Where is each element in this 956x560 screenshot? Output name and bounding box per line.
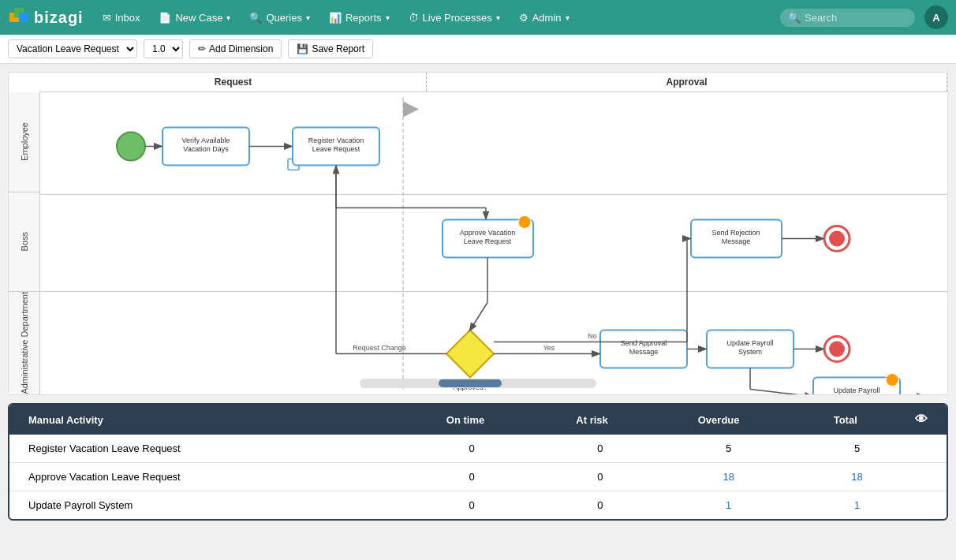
newcase-icon: 📄	[159, 12, 171, 24]
total-link[interactable]: 18	[793, 471, 921, 483]
save-report-button[interactable]: 💾 Save Report	[288, 39, 373, 58]
svg-point-15	[829, 231, 845, 247]
toolbar: Vacation Leave Request 1.0 ✏ Add Dimensi…	[0, 35, 956, 64]
task-update-payroll1-label: Update Payroll	[726, 339, 773, 347]
task-register-label: Register Vacation	[308, 136, 364, 144]
svg-rect-2	[19, 13, 28, 22]
svg-text:Vacation Days: Vacation Days	[183, 145, 229, 153]
on-time-value: 0	[408, 442, 536, 454]
request-change-label: Request Change	[353, 344, 406, 352]
queries-icon: 🔍	[249, 12, 262, 24]
chevron-down-icon: ▾	[226, 13, 230, 22]
activity-table: Manual Activity On time At risk Overdue …	[8, 403, 948, 521]
col-header-total: Total	[782, 414, 909, 426]
phase-request: Request	[40, 73, 427, 91]
search-box[interactable]: 🔍	[780, 9, 915, 27]
col-header-atrisk: At risk	[528, 414, 655, 426]
on-time-value: 0	[408, 471, 536, 483]
inbox-icon: ✉	[103, 12, 111, 24]
col-header-activity: Manual Activity	[22, 414, 402, 426]
at-risk-value: 0	[536, 499, 664, 511]
phase-headers: Request Approval	[40, 73, 947, 92]
search-icon: 🔍	[788, 12, 801, 24]
task-verify-label: Verify Available	[182, 136, 230, 144]
svg-marker-8	[403, 102, 419, 118]
chevron-down-icon: ▾	[306, 13, 310, 22]
on-time-value: 0	[408, 499, 536, 511]
report-name-select[interactable]: Vacation Leave Request	[8, 39, 137, 58]
total-link[interactable]: 1	[793, 499, 921, 511]
svg-text:Message: Message	[629, 348, 659, 356]
nav-live-processes[interactable]: ⏱ Live Processes ▾	[401, 7, 508, 28]
nav-inbox[interactable]: ✉ Inbox	[95, 7, 148, 28]
main-content: Request Approval Employee Boss Administr…	[0, 64, 956, 528]
task-approve-label: Approve Vacation	[460, 229, 515, 237]
avatar: A	[924, 6, 948, 29]
activity-name: Update Payroll System	[22, 499, 408, 511]
at-risk-value: 0	[536, 471, 664, 483]
logo[interactable]: bizagi	[8, 6, 84, 28]
svg-text:Leave Request: Leave Request	[464, 237, 512, 245]
no-label: No	[588, 332, 597, 340]
bpmn-diagram: Verify Available Vacation Days Register …	[40, 92, 947, 394]
overdue-link[interactable]: 18	[664, 471, 793, 483]
nav-queries[interactable]: 🔍 Queries ▾	[241, 7, 318, 28]
search-input[interactable]	[805, 12, 907, 24]
task-reject-label: Send Rejection	[711, 229, 760, 237]
scroll-thumb	[439, 379, 502, 387]
top-navigation: bizagi ✉ Inbox 📄 New Case ▾ 🔍 Queries ▾ …	[0, 0, 956, 35]
col-header-ontime: On time	[402, 414, 529, 426]
table-row: Update Payroll System 0 0 1 1	[9, 491, 947, 519]
svg-line-27	[470, 303, 487, 330]
gateway-approved	[446, 330, 494, 378]
horizontal-scrollbar[interactable]	[360, 379, 596, 388]
svg-point-18	[829, 342, 845, 357]
svg-text:Message: Message	[722, 237, 751, 245]
svg-line-38	[750, 390, 812, 395]
start-event	[117, 133, 145, 161]
phase-approval: Approval	[427, 73, 947, 91]
lane-label-boss: Boss	[9, 192, 39, 293]
table-row: Register Vacation Leave Request 0 0 5 5	[9, 435, 947, 463]
chevron-down-icon: ▾	[566, 13, 569, 22]
overdue-link[interactable]: 1	[664, 499, 793, 511]
visibility-icon: 👁	[915, 413, 928, 426]
lane-label-admin: Administrative Department	[9, 292, 39, 394]
liveprocesses-icon: ⏱	[409, 12, 419, 24]
task-update-payroll2-label: Update Payroll	[833, 386, 879, 394]
table-header: Manual Activity On time At risk Overdue …	[9, 405, 947, 435]
task-send-approval-label: Send Approval	[621, 339, 667, 347]
nav-new-case[interactable]: 📄 New Case ▾	[151, 7, 238, 28]
chevron-down-icon: ▾	[386, 13, 390, 22]
reports-icon: 📊	[329, 12, 342, 24]
nav-admin[interactable]: ⚙ Admin ▾	[511, 7, 577, 28]
add-dimension-button[interactable]: ✏ Add Dimension	[189, 39, 282, 58]
svg-point-19	[886, 374, 898, 386]
version-select[interactable]: 1.0	[144, 39, 183, 58]
admin-icon: ⚙	[519, 12, 528, 24]
col-header-overdue: Overdue	[655, 414, 782, 426]
eye-icon-header: 👁	[909, 413, 934, 427]
logo-text: bizagi	[34, 9, 84, 27]
chevron-down-icon: ▾	[496, 13, 500, 22]
at-risk-value: 0	[536, 442, 664, 454]
total-value: 5	[793, 442, 921, 454]
svg-point-12	[518, 216, 531, 229]
svg-text:System: System	[738, 348, 762, 356]
activity-name: Register Vacation Leave Request	[22, 442, 408, 454]
dimension-icon: ✏	[198, 43, 206, 54]
nav-reports[interactable]: 📊 Reports ▾	[321, 7, 398, 28]
diagram-container: Request Approval Employee Boss Administr…	[8, 72, 948, 395]
lane-label-employee: Employee	[9, 92, 39, 192]
activity-name: Approve Vacation Leave Request	[22, 471, 408, 483]
table-row: Approve Vacation Leave Request 0 0 18 18	[9, 463, 947, 491]
svg-text:Leave Request: Leave Request	[312, 145, 360, 153]
yes-label: Yes	[543, 344, 555, 352]
overdue-value: 5	[664, 442, 793, 454]
save-icon: 💾	[297, 43, 308, 54]
